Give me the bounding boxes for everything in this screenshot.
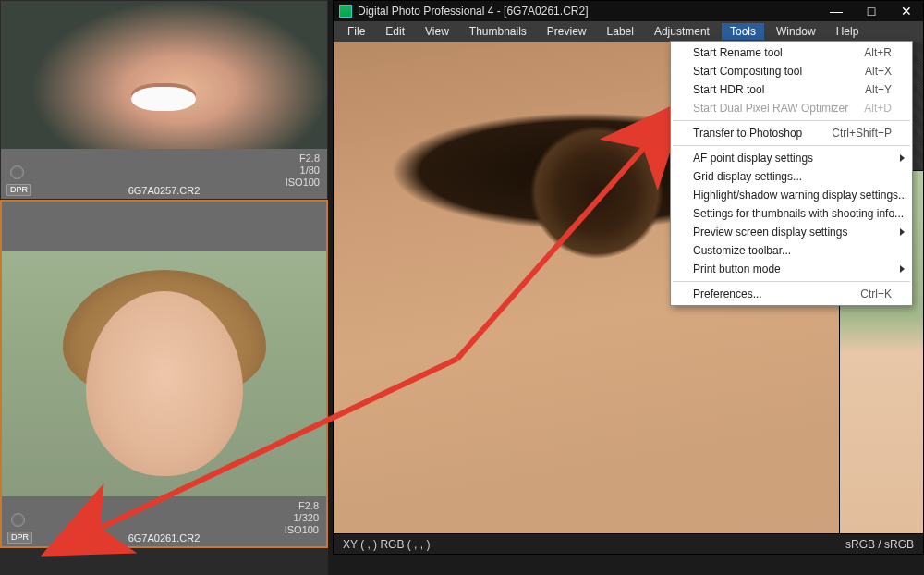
menu-separator <box>673 145 910 146</box>
thumbnail-1-top-spacer <box>2 202 326 251</box>
dpr-badge: DPR <box>6 184 31 196</box>
thumbnail-0-shutter: 1/80 <box>286 165 320 177</box>
menu-edit[interactable]: Edit <box>377 23 413 40</box>
statusbar: XY ( , ) RGB ( , , ) sRGB / sRGB <box>334 533 923 554</box>
menu-item-rename[interactable]: Start Rename tool Alt+R <box>671 43 912 62</box>
thumbnail-1-footer: F2.8 1/320 ISO100 DPR 6G7A0261.CR2 <box>2 496 326 546</box>
thumbnail-0-iso: ISO100 <box>286 177 320 189</box>
menu-adjustment[interactable]: Adjustment <box>646 23 718 40</box>
menu-item-label: Highlight/shadow warning display setting… <box>693 189 907 202</box>
menu-item-label: Start Dual Pixel RAW Optimizer <box>693 102 848 115</box>
menu-item-label: Start HDR tool <box>693 83 764 96</box>
status-circle-icon <box>11 513 25 527</box>
thumbnail-0-image <box>1 1 327 149</box>
menu-item-shortcut: Ctrl+Shift+P <box>832 127 892 140</box>
menu-item-afpoint[interactable]: AF point display settings <box>671 149 912 167</box>
menu-item-shortcut: Alt+Y <box>865 83 892 96</box>
menu-item-print-mode[interactable]: Print button mode <box>671 260 912 278</box>
thumbnail-0-filename: 6G7A0257.CR2 <box>128 185 201 196</box>
menu-item-shortcut: Alt+D <box>864 102 892 115</box>
menu-separator <box>673 281 910 282</box>
titlebar[interactable]: Digital Photo Professional 4 - [6G7A0261… <box>334 1 923 21</box>
menu-item-label: Customize toolbar... <box>693 244 791 257</box>
thumbnail-1-aperture: F2.8 <box>285 500 319 512</box>
menu-item-highlight[interactable]: Highlight/shadow warning display setting… <box>671 186 912 204</box>
thumbnail-0-aperture: F2.8 <box>286 153 320 165</box>
close-button[interactable]: ✕ <box>895 4 918 18</box>
window-controls: — □ ✕ <box>825 1 918 21</box>
menubar: File Edit View Thumbnails Preview Label … <box>334 21 923 42</box>
menu-item-customize-toolbar[interactable]: Customize toolbar... <box>671 241 912 260</box>
status-left: XY ( , ) RGB ( , , ) <box>343 538 430 551</box>
dpr-badge: DPR <box>7 532 32 544</box>
menu-view[interactable]: View <box>417 23 457 40</box>
menu-help[interactable]: Help <box>828 23 868 40</box>
menu-separator <box>673 120 910 121</box>
menu-item-hdr[interactable]: Start HDR tool Alt+Y <box>671 80 912 99</box>
thumbnail-0[interactable]: F2.8 1/80 ISO100 DPR 6G7A0257.CR2 <box>1 1 327 199</box>
menu-item-photoshop[interactable]: Transfer to Photoshop Ctrl+Shift+P <box>671 124 912 142</box>
thumbnail-1-filename: 6G7A0261.CR2 <box>128 532 201 544</box>
menu-thumbnails[interactable]: Thumbnails <box>461 23 535 40</box>
maximize-button[interactable]: □ <box>860 4 882 18</box>
menu-label[interactable]: Label <box>599 23 642 40</box>
menu-item-label: AF point display settings <box>693 152 813 165</box>
thumbnail-0-meta: F2.8 1/80 ISO100 <box>286 153 320 189</box>
menu-item-label: Preferences... <box>693 288 762 300</box>
menu-item-label: Start Rename tool <box>693 46 783 59</box>
menu-tools[interactable]: Tools <box>722 23 764 40</box>
menu-window[interactable]: Window <box>768 23 824 40</box>
thumbnail-1[interactable]: F2.8 1/320 ISO100 DPR 6G7A0261.CR2 <box>0 200 328 548</box>
menu-preview[interactable]: Preview <box>539 23 595 40</box>
thumbnail-1-meta: F2.8 1/320 ISO100 <box>285 500 319 536</box>
status-right: sRGB / sRGB <box>845 538 914 551</box>
thumbnail-1-image <box>2 251 326 496</box>
menu-item-compositing[interactable]: Start Compositing tool Alt+X <box>671 62 912 80</box>
menu-item-dpr-optimizer: Start Dual Pixel RAW Optimizer Alt+D <box>671 99 912 117</box>
thumbnail-1-shutter: 1/320 <box>285 512 319 524</box>
menu-item-grid[interactable]: Grid display settings... <box>671 167 912 186</box>
menu-item-label: Print button mode <box>693 263 781 275</box>
menu-item-preview-settings[interactable]: Preview screen display settings <box>671 223 912 241</box>
menu-item-label: Grid display settings... <box>693 170 802 183</box>
menu-item-shortcut: Ctrl+K <box>860 288 892 300</box>
menu-item-label: Settings for thumbnails with shooting in… <box>693 207 904 220</box>
window-title: Digital Photo Professional 4 - [6G7A0261… <box>358 5 588 18</box>
menu-item-shortcut: Alt+R <box>864 46 892 59</box>
app-icon <box>339 5 352 18</box>
minimize-button[interactable]: — <box>825 4 847 18</box>
menu-item-thumb-settings[interactable]: Settings for thumbnails with shooting in… <box>671 204 912 223</box>
menu-item-label: Transfer to Photoshop <box>693 127 802 140</box>
menu-file[interactable]: File <box>339 23 373 40</box>
thumbnail-1-iso: ISO100 <box>285 524 319 536</box>
thumbnail-sidebar: F2.8 1/80 ISO100 DPR 6G7A0257.CR2 F2.8 1… <box>0 0 328 575</box>
menu-item-preferences[interactable]: Preferences... Ctrl+K <box>671 285 912 303</box>
status-circle-icon <box>10 165 24 179</box>
menu-item-label: Preview screen display settings <box>693 226 847 239</box>
menu-item-label: Start Compositing tool <box>693 65 802 78</box>
thumbnail-0-footer: F2.8 1/80 ISO100 DPR 6G7A0257.CR2 <box>1 149 327 199</box>
tools-menu-dropdown: Start Rename tool Alt+R Start Compositin… <box>670 41 913 306</box>
menu-item-shortcut: Alt+X <box>865 65 892 78</box>
